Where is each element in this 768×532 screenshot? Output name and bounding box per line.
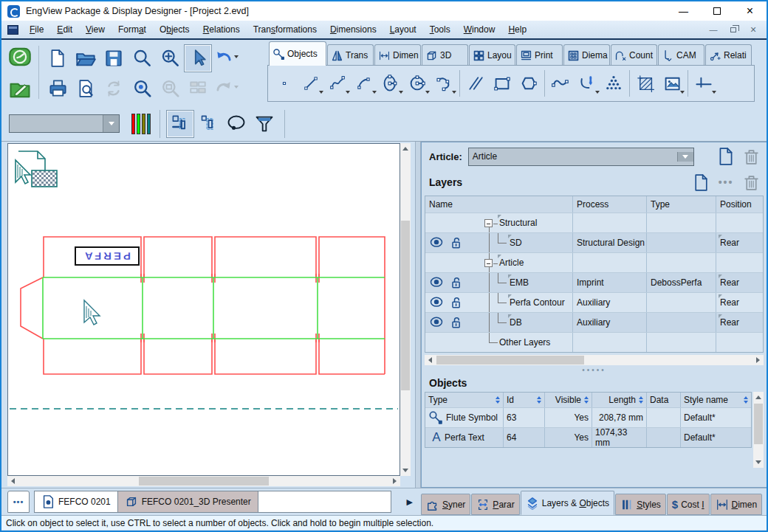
new-article-button[interactable] xyxy=(713,145,738,167)
circle-tool-button[interactable] xyxy=(404,69,431,98)
scroll-right-button[interactable] xyxy=(753,355,764,365)
new-layer-button[interactable] xyxy=(688,171,713,193)
unlocked-icon[interactable] xyxy=(449,295,464,310)
document-window-icon[interactable] xyxy=(7,25,18,35)
object-visible[interactable]: Yes xyxy=(545,408,592,427)
object-length[interactable]: 1074,33 mm xyxy=(592,428,647,447)
menu-format[interactable]: Format xyxy=(112,24,153,36)
rectangle-tool-button[interactable] xyxy=(489,69,515,98)
dimension-tool-button[interactable] xyxy=(690,69,717,98)
object-row[interactable]: APerfa Text 64 Yes 1074,33 mm Default* xyxy=(425,427,751,447)
nick-pattern-tool-button[interactable] xyxy=(600,69,627,98)
canvas-horizontal-scrollbar[interactable] xyxy=(7,476,400,486)
polygon-tool-button[interactable] xyxy=(515,69,542,98)
object-id[interactable]: 64 xyxy=(504,428,545,447)
layer-position[interactable] xyxy=(716,253,763,272)
col-style-name[interactable]: Style name xyxy=(681,393,751,407)
delete-layer-button[interactable] xyxy=(738,171,764,193)
layer-name[interactable]: DB xyxy=(510,317,522,328)
tool-tab-3d[interactable]: 3D xyxy=(422,44,468,66)
sort-icon[interactable] xyxy=(496,394,500,406)
object-data[interactable] xyxy=(647,408,681,427)
tool-tab-relations[interactable]: Relati xyxy=(705,44,752,66)
curve-tool-caret[interactable] xyxy=(452,91,456,96)
tool-tab-counter[interactable]: Count xyxy=(611,44,657,66)
tool-tab-objects[interactable]: Objects xyxy=(269,41,326,66)
object-visible[interactable]: Yes xyxy=(545,428,592,447)
vertical-scroll-thumb[interactable] xyxy=(754,404,763,444)
tree-collapse-icon[interactable] xyxy=(484,259,493,267)
col-name[interactable]: Name xyxy=(425,196,573,213)
minimize-button[interactable]: — xyxy=(667,1,700,21)
sort-icon[interactable] xyxy=(537,394,541,406)
sort-icon[interactable] xyxy=(639,394,643,406)
delete-article-button[interactable] xyxy=(738,145,764,167)
layer-process[interactable]: Imprint xyxy=(573,273,647,292)
selection-filter-button[interactable] xyxy=(250,110,278,138)
open-project-button[interactable] xyxy=(72,44,100,72)
layer-row[interactable]: DB Auxiliary Rear xyxy=(425,312,763,332)
menu-file[interactable]: File xyxy=(23,24,50,36)
scroll-left-button[interactable] xyxy=(7,476,18,486)
layer-process[interactable] xyxy=(573,333,647,352)
object-length[interactable]: 208,78 mm xyxy=(592,408,647,427)
style-combo-dropdown[interactable] xyxy=(103,115,119,132)
col-process[interactable]: Process xyxy=(573,196,647,213)
layer-type[interactable] xyxy=(647,253,716,272)
curve-tool-button[interactable] xyxy=(431,69,457,98)
image-tool-caret[interactable] xyxy=(680,91,685,96)
point-tool-button[interactable] xyxy=(271,69,298,98)
style-combo[interactable] xyxy=(9,114,120,133)
group-name[interactable]: Other Layers xyxy=(499,337,550,348)
menu-relations[interactable]: Relations xyxy=(196,24,247,36)
dimension-tool-caret[interactable] xyxy=(712,91,716,96)
tool-tab-transformations[interactable]: Trans xyxy=(327,44,374,66)
layer-row[interactable]: EMB Imprint DebossPerfa Rear xyxy=(425,272,763,292)
redo-button[interactable] xyxy=(212,75,240,103)
refresh-button[interactable] xyxy=(100,75,128,103)
unlocked-icon[interactable] xyxy=(449,275,464,290)
layer-group-row[interactable]: Article xyxy=(425,252,763,272)
lasso-select-button[interactable] xyxy=(222,110,250,138)
col-type[interactable]: Type xyxy=(425,393,504,407)
col-id[interactable]: Id xyxy=(504,393,545,407)
layer-position[interactable] xyxy=(716,213,763,232)
menu-view[interactable]: View xyxy=(79,24,112,36)
layer-type[interactable]: DebossPerfa xyxy=(647,273,716,292)
tool-tab-layout[interactable]: Layou xyxy=(469,44,515,66)
layer-type[interactable] xyxy=(647,313,716,332)
new-document-button[interactable] xyxy=(44,44,72,72)
line-tool-button[interactable] xyxy=(298,69,324,98)
menu-dimensions[interactable]: Dimensions xyxy=(323,24,383,36)
zoom-window-button[interactable] xyxy=(156,75,184,103)
object-style[interactable]: Default* xyxy=(681,428,751,447)
horizontal-scroll-thumb[interactable] xyxy=(139,477,269,486)
circle-tool-caret[interactable] xyxy=(425,91,430,96)
menu-edit[interactable]: Edit xyxy=(50,24,79,36)
ellipse-tool-caret[interactable] xyxy=(399,91,403,96)
panel-tab-dimensions[interactable]: Dimen xyxy=(710,494,763,515)
layer-name[interactable]: EMB xyxy=(510,277,529,288)
scroll-down-button[interactable] xyxy=(753,457,764,468)
layer-process[interactable]: Auxiliary xyxy=(573,293,647,312)
save-button[interactable] xyxy=(100,44,128,72)
object-id[interactable]: 63 xyxy=(504,408,545,427)
panel-splitter-handle[interactable]: ••••• xyxy=(425,365,764,374)
parallel-lines-tool-button[interactable] xyxy=(462,69,489,98)
arrange-windows-button[interactable] xyxy=(184,75,212,103)
spline-tool-caret[interactable] xyxy=(346,91,350,96)
object-style[interactable]: Default* xyxy=(681,408,751,427)
layer-process[interactable] xyxy=(573,253,647,272)
wave-tool-button[interactable] xyxy=(547,69,574,98)
panel-tab-synergy[interactable]: Syner xyxy=(421,494,470,515)
menu-transformations[interactable]: Transformations xyxy=(247,24,323,36)
arc-tool-button[interactable] xyxy=(351,69,377,98)
horizontal-scroll-thumb[interactable] xyxy=(436,356,584,365)
print-preview-button[interactable] xyxy=(72,75,100,103)
layer-process[interactable]: Auxiliary xyxy=(573,313,647,332)
col-visible[interactable]: Visible xyxy=(545,393,592,407)
panel-tab-cost[interactable]: $Cost I xyxy=(667,494,710,515)
layer-position[interactable]: Rear xyxy=(716,293,763,312)
doc-tab-fefco-0201[interactable]: FEFCO 0201 xyxy=(35,491,118,512)
layer-position[interactable] xyxy=(716,333,763,352)
